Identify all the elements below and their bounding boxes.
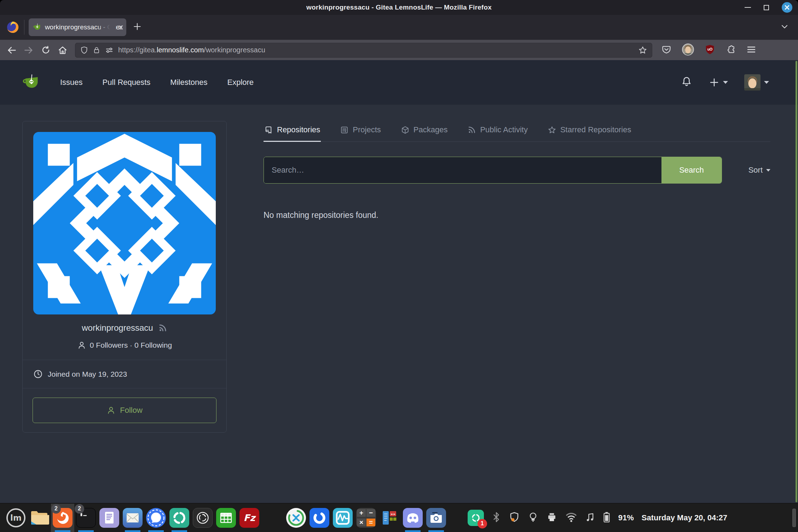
discord-app-button[interactable] — [401, 504, 424, 532]
extensions-puzzle-icon[interactable] — [726, 45, 736, 56]
nav-issues[interactable]: Issues — [60, 78, 83, 87]
bookmark-star-icon[interactable] — [638, 46, 647, 55]
follow-button[interactable]: Follow — [33, 398, 216, 423]
battery-percent[interactable]: 91% — [618, 513, 634, 522]
tab-close-button[interactable] — [118, 18, 123, 36]
discord-app-icon — [403, 508, 423, 528]
list-all-tabs-button[interactable] — [780, 22, 789, 32]
sync-app-icon — [169, 508, 189, 528]
back-button[interactable] — [4, 43, 19, 58]
firewall-shield-icon[interactable] — [509, 511, 520, 524]
update-notifier-icon[interactable]: 1 — [468, 510, 484, 526]
tab-packages[interactable]: Packages — [400, 121, 449, 141]
profile-avatar[interactable] — [23, 121, 226, 323]
repo-icon — [264, 126, 273, 134]
taskbar: lm 2 2 — [0, 503, 798, 532]
new-tab-button[interactable] — [133, 22, 142, 33]
tab-starred-repositories[interactable]: Starred Repositories — [547, 121, 632, 141]
page-scrollbar[interactable] — [796, 61, 797, 502]
nav-milestones[interactable]: Milestones — [170, 78, 207, 87]
tab-label: Packages — [414, 125, 448, 134]
signal-app-button[interactable] — [144, 504, 168, 532]
url-text[interactable]: https://gitea.lemnoslife.com/workinprogr… — [118, 46, 265, 54]
tab-separator — [24, 20, 24, 35]
window-controls — [745, 0, 792, 15]
tab-public-activity[interactable]: Public Activity — [467, 121, 528, 141]
person-icon — [77, 341, 86, 350]
minimize-button[interactable] — [745, 7, 751, 8]
url-domain: lemnoslife.com — [157, 46, 204, 54]
forward-button[interactable] — [21, 43, 36, 58]
gitea-logo[interactable] — [22, 73, 40, 92]
star-icon — [548, 126, 556, 134]
filezilla-app-button[interactable]: Fz — [238, 504, 261, 532]
folder-icon — [29, 508, 49, 528]
color-grid-app-button[interactable] — [261, 504, 284, 532]
nav-explore[interactable]: Explore — [227, 78, 254, 87]
text-editor-app-button[interactable] — [98, 504, 121, 532]
home-button[interactable] — [55, 43, 70, 58]
browser-tab[interactable]: workinprogressacu - Gitea L — [29, 18, 126, 36]
chevron-down-icon — [780, 22, 789, 31]
obs-app-button[interactable] — [191, 504, 214, 532]
nav-pull-requests[interactable]: Pull Requests — [103, 78, 151, 87]
joined-row: Joined on May 19, 2023 — [23, 360, 226, 388]
email-app-button[interactable] — [121, 504, 144, 532]
permissions-icon[interactable] — [105, 46, 114, 54]
sync-app-button[interactable] — [168, 504, 191, 532]
maximize-button[interactable] — [764, 5, 769, 10]
mint-logo-icon: lm — [6, 508, 25, 527]
window-titlebar[interactable]: workinprogressacu - Gitea LemnosLife — M… — [0, 0, 798, 15]
redshift-lightbulb-icon[interactable] — [528, 511, 538, 524]
system-tray: 1 91% Saturday May 2 — [468, 510, 727, 526]
search-button[interactable]: Search — [661, 157, 722, 183]
url-path: /workinprogressacu — [204, 46, 265, 54]
notification-count-badge: 1 — [478, 519, 487, 528]
search-input[interactable] — [264, 157, 661, 183]
close-icon — [118, 25, 123, 30]
close-button[interactable] — [782, 2, 792, 13]
terminal-app-button[interactable]: 2 — [74, 504, 98, 532]
spreadsheet-app-button[interactable] — [214, 504, 238, 532]
account-avatar[interactable] — [682, 44, 694, 57]
home-icon — [58, 45, 68, 55]
tab-repositories[interactable]: Repositories — [264, 121, 321, 141]
blue-ring-app-button[interactable] — [308, 504, 331, 532]
create-new-dropdown[interactable] — [709, 77, 728, 88]
files-app-button[interactable] — [28, 504, 51, 532]
battery-icon[interactable] — [603, 511, 611, 524]
tab-projects[interactable]: Projects — [339, 121, 381, 141]
terminal-window-count-badge: 2 — [75, 504, 84, 514]
music-note-icon[interactable] — [585, 512, 595, 524]
notifications-bell-icon[interactable] — [681, 76, 693, 89]
pocket-icon[interactable] — [661, 45, 671, 56]
sort-dropdown[interactable]: Sort — [748, 166, 770, 175]
templates-app-button[interactable]: »» — [378, 504, 401, 532]
firefox-app-button[interactable]: 2 — [51, 504, 74, 532]
rss-feed-icon[interactable] — [158, 323, 167, 332]
calculator-app-button[interactable]: +− ×= — [354, 504, 378, 532]
profile-dropdown[interactable] — [744, 74, 769, 91]
printer-icon[interactable] — [546, 512, 557, 524]
ublock-origin-icon[interactable]: uO — [705, 44, 715, 56]
system-monitor-app-icon — [333, 508, 353, 528]
plus-icon — [133, 22, 142, 31]
converter-app-button[interactable] — [284, 504, 308, 532]
window-title: workinprogressacu - Gitea LemnosLife — M… — [306, 4, 492, 11]
tracking-shield-icon[interactable] — [80, 46, 88, 54]
lock-icon[interactable] — [93, 46, 100, 54]
clock[interactable]: Saturday May 20, 04:27 — [642, 513, 727, 522]
wifi-icon[interactable] — [565, 512, 577, 524]
url-bar[interactable]: https://gitea.lemnoslife.com/workinprogr… — [75, 43, 652, 58]
system-monitor-app-button[interactable] — [331, 504, 354, 532]
bluetooth-icon[interactable] — [492, 512, 501, 524]
mint-menu-button[interactable]: lm — [4, 504, 28, 532]
gitea-nav-right — [681, 74, 769, 91]
screenshot-app-button[interactable] — [424, 504, 448, 532]
signal-app-icon — [146, 508, 166, 528]
package-icon — [401, 126, 410, 134]
followers-line[interactable]: 0 Followers · 0 Following — [23, 341, 226, 360]
show-desktop-button[interactable] — [792, 509, 796, 527]
hamburger-menu-icon[interactable] — [746, 45, 756, 56]
reload-button[interactable] — [38, 43, 53, 58]
